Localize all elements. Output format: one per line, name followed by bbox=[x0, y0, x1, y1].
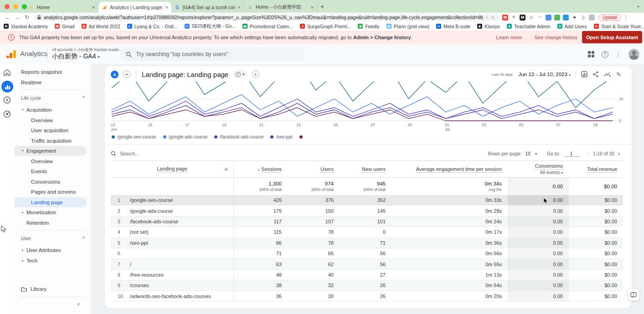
close-tab-icon[interactable]: × bbox=[311, 5, 314, 10]
tab-search-icon[interactable]: ⌄ bbox=[636, 3, 640, 9]
analytics-logo-icon[interactable] bbox=[5, 49, 17, 60]
signature-ext-icon[interactable]: ✑ bbox=[537, 15, 543, 21]
legend-item[interactable]: /google-seo-course bbox=[112, 134, 156, 139]
bookmark-item[interactable]: ■Klaviyo bbox=[477, 24, 500, 29]
report-status-pill[interactable]: ✓▾ bbox=[233, 70, 247, 78]
table-row[interactable]: 10/adwords-seo-facebook-ads-courses36302… bbox=[111, 291, 623, 302]
table-row[interactable]: 2/google-ads-course1751501450m 28s0.00$0… bbox=[111, 206, 623, 216]
browser-menu-icon[interactable]: ⋮ bbox=[623, 15, 628, 21]
bookmark-item[interactable]: ▦Plann (grid view) bbox=[386, 24, 429, 29]
landing-page-cell[interactable]: 10/adwords-seo-facebook-ads-courses bbox=[111, 291, 234, 301]
forward-icon[interactable]: → bbox=[15, 14, 20, 21]
url-text[interactable]: analytics.google.com/analytics/web/?auth… bbox=[44, 15, 483, 20]
sidebar-item-pages-and-screens[interactable]: Pages and screens bbox=[15, 187, 87, 197]
add-column-icon[interactable]: + bbox=[224, 165, 228, 173]
sidebar-item-acquisition[interactable]: ▾Acquisition bbox=[15, 105, 87, 115]
blue-ext-icon[interactable] bbox=[546, 15, 551, 21]
sidebar-item-overview[interactable]: Overview bbox=[15, 115, 87, 125]
expander-arrow-icon[interactable]: ▾ bbox=[19, 149, 26, 153]
sidebar-item-events[interactable]: Events bbox=[15, 166, 87, 176]
bookmark-star-icon[interactable]: ☆ bbox=[491, 15, 495, 20]
bookmark-item[interactable]: NXiaobai Academy bbox=[4, 24, 48, 29]
landing-page-cell[interactable]: 3/facebook-ads-course bbox=[111, 216, 234, 226]
reader-ext-icon[interactable]: ▯ bbox=[580, 15, 586, 21]
col-avg-engagement[interactable]: Average engagement time per session bbox=[392, 166, 508, 172]
sidebar-item-monetization[interactable]: ▸Monetization bbox=[15, 207, 87, 217]
sidebar-item-reports-snapshot[interactable]: Reports snapshot bbox=[15, 67, 87, 77]
insights-icon[interactable] bbox=[604, 71, 611, 77]
close-window-button[interactable] bbox=[5, 4, 10, 9]
customize-report-icon[interactable] bbox=[581, 71, 587, 77]
browser-tab[interactable]: Analytics | Landing page: Land× bbox=[98, 2, 171, 13]
sidebar-section-life-cycle[interactable]: Life cycle^ bbox=[21, 95, 85, 101]
comparison-badge[interactable]: A bbox=[111, 71, 118, 78]
bookmark-item[interactable]: ●Teachable Admin bbox=[507, 24, 551, 29]
col-users[interactable]: Users bbox=[288, 166, 340, 172]
close-tab-icon[interactable]: × bbox=[165, 5, 168, 10]
header-menu-icon[interactable]: ⋮ bbox=[616, 51, 621, 57]
bookmark-item[interactable]: ➤Start & Scale Your... bbox=[594, 24, 644, 29]
browser-tab[interactable]: G[GA4] Set up a scroll conversi× bbox=[171, 2, 244, 13]
bookmark-item[interactable]: ◆Feedly bbox=[358, 24, 380, 29]
col-conversions[interactable]: ConversionsAll events ▾ bbox=[508, 161, 569, 175]
bookmarks-overflow-icon[interactable]: » bbox=[639, 23, 641, 29]
browser-tab[interactable]: ♥Home× bbox=[26, 2, 98, 13]
col-total-revenue[interactable]: Total revenue bbox=[569, 166, 623, 172]
bookmark-item[interactable]: ▦Promotional Calen... bbox=[242, 24, 293, 29]
table-row[interactable]: 67165560m 56s0.00$0.00 bbox=[111, 248, 623, 259]
browser-tab[interactable]: ≡Home - 小白新势学院× bbox=[244, 2, 317, 13]
new-tab-button[interactable]: + bbox=[320, 3, 324, 10]
gmail-ext-icon[interactable]: M bbox=[502, 15, 508, 21]
table-row[interactable]: 9/courses3832260m 54s0.00$0.00 bbox=[111, 280, 623, 291]
landing-page-cell[interactable]: 8/free-resources bbox=[111, 270, 234, 280]
sidebar-item-tech[interactable]: ▸Tech bbox=[15, 256, 87, 266]
landing-page-cell[interactable]: 2/google-ads-course bbox=[111, 206, 234, 216]
landing-page-cell[interactable]: 1/google-seo-course bbox=[111, 195, 234, 205]
sidebar-item-user-acquisition[interactable]: User acquisition bbox=[15, 125, 87, 135]
goto-page-input[interactable]: 1 bbox=[564, 151, 579, 157]
feedback-button[interactable] bbox=[628, 289, 639, 301]
col-new-users[interactable]: New users bbox=[340, 166, 392, 172]
expander-arrow-icon[interactable]: ▸ bbox=[19, 211, 26, 214]
open-setup-assistant-button[interactable]: Open Setup Assistant bbox=[582, 31, 642, 43]
address-bar[interactable]: analytics.google.com/analytics/web/?auth… bbox=[34, 14, 499, 21]
legend-item[interactable]: /facebook-ads-course bbox=[214, 134, 263, 139]
sidebar-item-retention[interactable]: Retention bbox=[15, 218, 87, 228]
bookmark-item[interactable]: AAd World 2022 bbox=[82, 24, 120, 29]
sidebar-item-conversions[interactable]: Conversions bbox=[15, 177, 87, 187]
pen-ext-icon[interactable]: ✎ bbox=[511, 15, 517, 21]
property-selector[interactable]: 小白新势 - GA4 ▾ bbox=[52, 52, 100, 61]
see-change-history-link[interactable]: See change history bbox=[535, 35, 577, 40]
reports-icon[interactable] bbox=[1, 81, 13, 93]
explore-icon[interactable] bbox=[3, 96, 11, 104]
col-landing-page[interactable]: Landing page bbox=[157, 166, 187, 172]
bookmark-item[interactable]: ●Add Users bbox=[557, 24, 587, 29]
table-row[interactable]: 3/facebook-ads-course1171071010m 24s0.00… bbox=[111, 216, 623, 227]
home-icon[interactable] bbox=[3, 69, 11, 76]
prev-page-icon[interactable]: ‹ bbox=[587, 150, 589, 157]
learn-more-link[interactable]: Learn more bbox=[496, 35, 522, 40]
close-tab-icon[interactable]: × bbox=[238, 5, 241, 10]
window-controls[interactable] bbox=[5, 4, 27, 9]
edit-report-icon[interactable]: ✎ bbox=[616, 71, 621, 78]
date-range-selector[interactable]: Jun 13 - Jul 10, 2023 ▾ bbox=[518, 72, 571, 77]
landing-page-cell[interactable]: 5/seo-ppt bbox=[111, 238, 234, 248]
collapse-sidebar-icon[interactable]: ‹ bbox=[77, 300, 79, 307]
bookmark-item[interactable]: JSurgeGraph Premi... bbox=[300, 24, 351, 29]
advertising-icon[interactable] bbox=[3, 110, 11, 118]
share-page-icon[interactable]: ↑ bbox=[486, 15, 488, 20]
help-icon[interactable]: ? bbox=[602, 51, 608, 58]
sidebar-item-library[interactable]: Library bbox=[15, 284, 87, 294]
sidebar-item-overview[interactable]: Overview bbox=[15, 156, 87, 166]
sidebar-item-realtime[interactable]: Realtime bbox=[15, 77, 87, 88]
green-ext-icon[interactable] bbox=[554, 15, 560, 21]
expander-arrow-icon[interactable]: ▾ bbox=[19, 108, 26, 112]
table-row[interactable]: 8/free-resources4840271m 13s0.00$0.00 bbox=[111, 270, 623, 280]
back-icon[interactable]: ← bbox=[5, 14, 10, 21]
col-sessions[interactable]: ↓ Sessions bbox=[234, 166, 288, 172]
landing-page-cell[interactable]: 4(not set) bbox=[111, 227, 234, 237]
landing-page-cell[interactable]: 6 bbox=[111, 248, 234, 258]
minimize-window-button[interactable] bbox=[13, 4, 18, 9]
next-page-icon[interactable]: › bbox=[618, 150, 620, 157]
table-search-input[interactable]: Search... bbox=[120, 151, 139, 156]
